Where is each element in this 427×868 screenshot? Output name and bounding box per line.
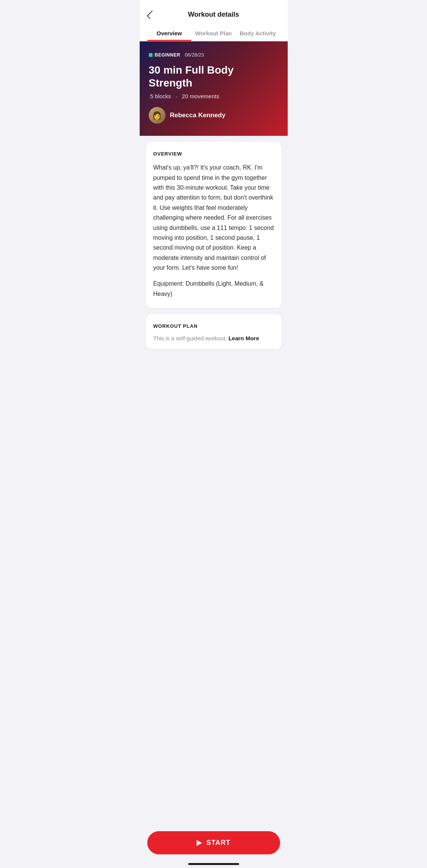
overview-card: OVERVIEW What's up, ya'll?! It's your co… [146,142,282,308]
workout-title: 30 min Full Body Strength [149,64,279,89]
overview-text: What's up, ya'll?! It's your coach, RK. … [153,163,274,273]
learn-more-link[interactable]: Learn More [228,335,259,341]
equipment-text: Equipment: Dumbbells (Light, Medium, & H… [153,279,274,299]
hero-meta: BEGINNER 06/28/23 [149,52,279,58]
workout-plan-subtitle: This is a self-guided workout. Learn Mor… [153,335,274,341]
avatar: 👩 [149,107,165,124]
header-top: Workout details [147,6,280,25]
hero-banner: BEGINNER 06/28/23 30 min Full Body Stren… [140,41,288,136]
trainer-row: 👩 Rebecca Kennedy [149,107,279,124]
header: Workout details Overview Workout Plan Bo… [140,0,288,41]
tabs-container: Overview Workout Plan Body Activity [147,25,280,41]
content-area: OVERVIEW What's up, ya'll?! It's your co… [140,136,288,387]
self-guided-text: This is a self-guided workout. [153,335,227,341]
start-button[interactable]: START [147,831,280,854]
workout-plan-card: WORKOUT PLAN This is a self-guided worko… [146,314,282,349]
start-label: START [206,839,231,847]
back-chevron-icon [147,10,155,19]
overview-body: What's up, ya'll?! It's your coach, RK. … [153,163,274,299]
home-indicator [188,863,239,865]
workout-date: 06/28/23 [185,52,204,58]
workout-stats: 5 blocks · 20 movements [149,93,279,99]
blocks-count: 5 blocks [150,93,171,99]
stats-separator: · [176,93,177,99]
movements-count: 20 movements [182,93,219,99]
back-button[interactable] [147,9,155,20]
play-icon [197,840,202,846]
tab-body-activity[interactable]: Body Activity [236,25,280,41]
page-title: Workout details [188,11,239,19]
start-button-container: START [140,827,288,868]
beginner-dot-icon [149,53,153,57]
workout-plan-title: WORKOUT PLAN [153,323,274,329]
overview-title: OVERVIEW [153,151,274,157]
avatar-image: 👩 [152,111,162,120]
trainer-name: Rebecca Kennedy [170,112,225,119]
tab-overview[interactable]: Overview [147,25,192,41]
tab-workout-plan[interactable]: Workout Plan [191,25,236,41]
level-badge: BEGINNER [149,52,180,58]
